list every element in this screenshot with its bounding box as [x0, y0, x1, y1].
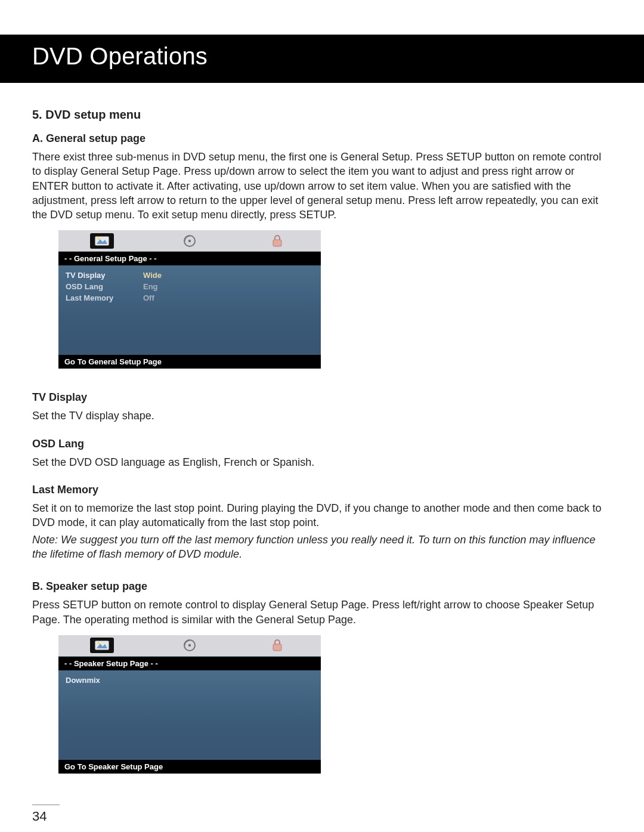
lock-icon	[265, 233, 289, 249]
osd-tabs	[58, 635, 321, 657]
manual-page: DVD Operations 5. DVD setup menu A. Gene…	[0, 0, 644, 832]
osd-row-value: Off	[143, 293, 154, 304]
svg-point-10	[188, 644, 191, 647]
top-margin	[0, 0, 644, 35]
tv-display-heading: TV Display	[32, 391, 612, 404]
osd-lang-text: Set the DVD OSD language as English, Fre…	[32, 455, 612, 469]
last-memory-note: Note: We suggest you turn off the last m…	[32, 533, 612, 562]
osd-row-value: Wide	[143, 270, 162, 282]
osd-row-value: Eng	[143, 282, 158, 293]
page-title: DVD Operations	[32, 43, 208, 69]
page-number: 34	[32, 809, 612, 824]
svg-rect-0	[95, 236, 109, 246]
subsection-b-paragraph: Press SETUP button on remote control to …	[32, 598, 612, 627]
osd-row-label: Downmix	[66, 675, 143, 686]
svg-point-2	[97, 237, 100, 240]
picture-icon	[90, 233, 114, 249]
osd-general-setup-screenshot: - - General Setup Page - - TV Display Wi…	[58, 230, 321, 369]
osd-body: TV Display Wide OSD Lang Eng Last Memory…	[58, 265, 321, 355]
osd-lang-heading: OSD Lang	[32, 438, 612, 450]
osd-footer-bar: Go To General Setup Page	[58, 355, 321, 369]
picture-icon	[90, 638, 114, 653]
subsection-a-heading: A. General setup page	[32, 132, 612, 145]
footer-rule	[32, 805, 60, 805]
subsection-b-heading: B. Speaker setup page	[32, 580, 612, 593]
content-area: 5. DVD setup menu A. General setup page …	[0, 108, 644, 824]
section-5-heading: 5. DVD setup menu	[32, 108, 612, 122]
subsection-a-paragraph: There exist three sub-menus in DVD setup…	[32, 150, 612, 222]
osd-row-label: Last Memory	[66, 293, 143, 304]
osd-row: Downmix	[66, 675, 314, 686]
svg-point-8	[97, 642, 100, 644]
osd-row-label: OSD Lang	[66, 282, 143, 293]
osd-speaker-setup-screenshot: - - Speaker Setup Page - - Downmix Go To…	[58, 635, 321, 774]
osd-row: OSD Lang Eng	[66, 282, 314, 293]
disc-icon	[178, 638, 202, 653]
osd-tabs	[58, 230, 321, 252]
osd-row: TV Display Wide	[66, 270, 314, 282]
svg-rect-6	[95, 641, 109, 650]
tv-display-text: Set the TV display shape.	[32, 409, 612, 423]
osd-row: Last Memory Off	[66, 293, 314, 304]
osd-footer-bar: Go To Speaker Setup Page	[58, 760, 321, 774]
svg-rect-5	[273, 240, 281, 246]
osd-title-bar: - - General Setup Page - -	[58, 252, 321, 265]
osd-row-label: TV Display	[66, 270, 143, 282]
last-memory-text: Set it on to memorize the last stop poin…	[32, 501, 612, 530]
svg-point-4	[188, 240, 191, 242]
svg-rect-11	[273, 644, 281, 651]
disc-icon	[178, 233, 202, 249]
last-memory-heading: Last Memory	[32, 484, 612, 496]
osd-title-bar: - - Speaker Setup Page - -	[58, 657, 321, 670]
lock-icon	[265, 638, 289, 653]
osd-body: Downmix	[58, 670, 321, 760]
page-title-bar: DVD Operations	[0, 35, 644, 83]
